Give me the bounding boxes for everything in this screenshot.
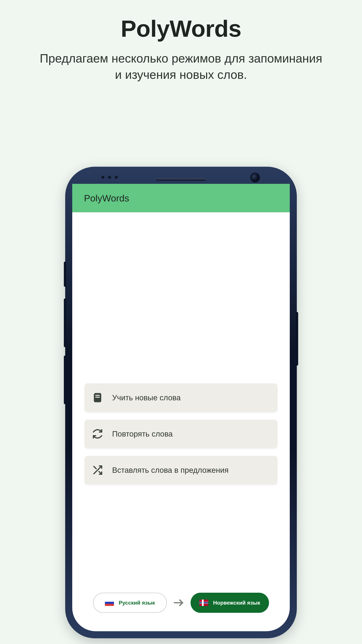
target-language-name: Норвежский язык (213, 600, 260, 606)
source-language-pill[interactable]: Русский язык (93, 593, 167, 613)
svg-line-4 (94, 466, 96, 469)
phone-screen: PolyWords Учить новые слова Повторять сл… (72, 184, 290, 631)
phone-speaker (156, 178, 206, 181)
phone-side-button (64, 262, 66, 287)
mode-label: Вставлять слова в предложения (112, 466, 229, 474)
app-content: Учить новые слова Повторять слова Вставл… (72, 212, 290, 631)
phone-earpiece-row (66, 174, 296, 184)
target-language-pill[interactable]: Норвежский язык (191, 593, 269, 613)
source-language-name: Русский язык (119, 600, 155, 606)
mode-repeat-words[interactable]: Повторять слова (85, 420, 277, 448)
svg-rect-0 (95, 395, 100, 396)
promo-subtitle: Предлагаем несколько режимов для запомин… (38, 50, 324, 83)
phone-side-button (64, 356, 66, 404)
phone-front-camera (251, 174, 259, 182)
app-bar-title: PolyWords (84, 193, 129, 204)
language-bar: Русский язык Норвежский язык (72, 593, 290, 613)
mode-list: Учить новые слова Повторять слова Вставл… (85, 384, 277, 484)
book-icon (92, 392, 103, 403)
flag-russia-icon (105, 600, 114, 606)
phone-side-button (64, 298, 66, 347)
arrow-right-icon (171, 596, 186, 610)
phone-mockup: PolyWords Учить новые слова Повторять сл… (66, 168, 296, 637)
promo-title: PolyWords (0, 0, 362, 42)
mode-learn-new-words[interactable]: Учить новые слова (85, 384, 277, 412)
repeat-icon (92, 428, 103, 440)
app-bar: PolyWords (72, 184, 290, 212)
shuffle-icon (92, 464, 103, 476)
mode-label: Учить новые слова (112, 393, 181, 402)
svg-rect-1 (95, 397, 100, 398)
mode-label: Повторять слова (112, 429, 173, 438)
mode-insert-words[interactable]: Вставлять слова в предложения (85, 456, 277, 484)
phone-side-button (296, 312, 298, 366)
flag-norway-icon (199, 600, 208, 606)
